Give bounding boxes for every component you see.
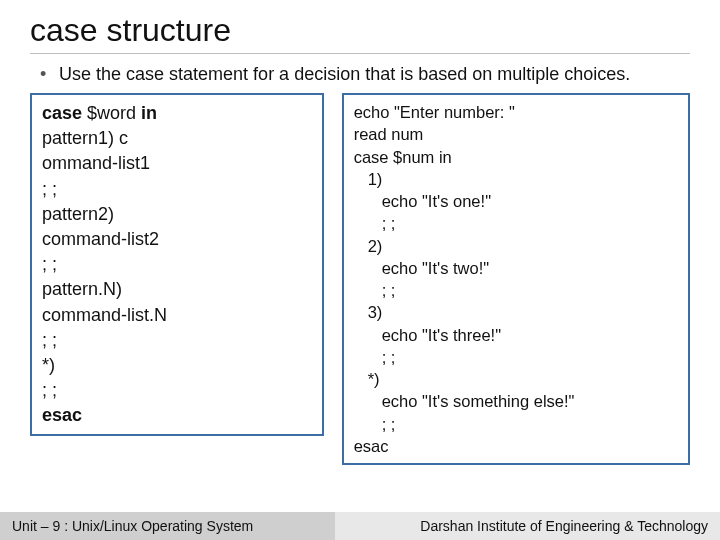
example-line: ; ; <box>354 279 678 301</box>
syntax-line: ; ; <box>42 378 312 403</box>
syntax-line: command-list2 <box>42 227 312 252</box>
syntax-line: ; ; <box>42 177 312 202</box>
syntax-line: pattern1) c <box>42 126 312 151</box>
syntax-line: command-list.N <box>42 303 312 328</box>
example-line: esac <box>354 435 678 457</box>
syntax-line: ; ; <box>42 252 312 277</box>
example-line: echo "Enter number: " <box>354 101 678 123</box>
syntax-line: pattern.N) <box>42 277 312 302</box>
example-line: case $num in <box>354 146 678 168</box>
slide-title: case structure <box>30 12 690 54</box>
example-line: read num <box>354 123 678 145</box>
syntax-line: *) <box>42 353 312 378</box>
example-line: echo "It's one!" <box>354 190 678 212</box>
bullet-text: Use the case statement for a decision th… <box>59 64 630 84</box>
example-line: echo "It's two!" <box>354 257 678 279</box>
slide: case structure • Use the case statement … <box>0 0 720 540</box>
syntax-line: case $word in <box>42 101 312 126</box>
bullet-dot: • <box>40 64 54 85</box>
syntax-word: $word <box>87 103 141 123</box>
example-line: 1) <box>354 168 678 190</box>
footer-right: Darshan Institute of Engineering & Techn… <box>335 512 720 540</box>
syntax-line: ommand-list1 <box>42 151 312 176</box>
keyword-esac: esac <box>42 403 312 428</box>
example-line: echo "It's three!" <box>354 324 678 346</box>
example-line: echo "It's something else!" <box>354 390 678 412</box>
syntax-box: case $word in pattern1) c ommand-list1 ;… <box>30 93 324 436</box>
syntax-line: ; ; <box>42 328 312 353</box>
example-line: *) <box>354 368 678 390</box>
example-line: 2) <box>354 235 678 257</box>
footer-left: Unit – 9 : Unix/Linux Operating System <box>0 512 335 540</box>
example-line: ; ; <box>354 413 678 435</box>
keyword-case: case <box>42 103 87 123</box>
footer: Unit – 9 : Unix/Linux Operating System D… <box>0 512 720 540</box>
content-columns: case $word in pattern1) c ommand-list1 ;… <box>30 93 690 465</box>
bullet-line: • Use the case statement for a decision … <box>30 64 690 85</box>
example-line: ; ; <box>354 212 678 234</box>
syntax-line: pattern2) <box>42 202 312 227</box>
example-line: 3) <box>354 301 678 323</box>
example-box: echo "Enter number: " read num case $num… <box>342 93 690 465</box>
keyword-in: in <box>141 103 157 123</box>
example-line: ; ; <box>354 346 678 368</box>
